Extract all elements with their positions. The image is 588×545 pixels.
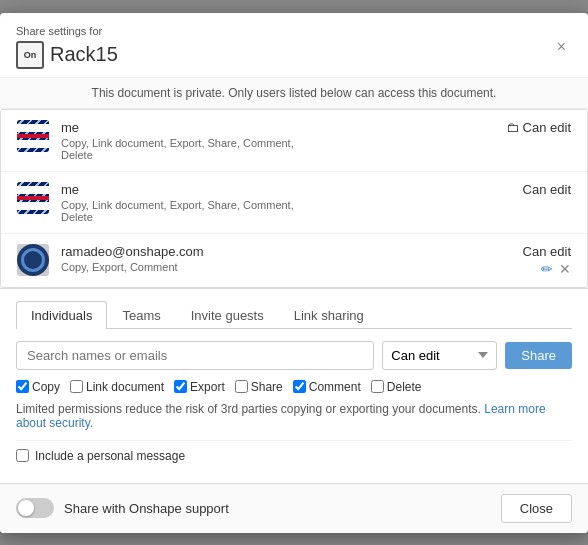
security-notice-text: Limited permissions reduce the risk of 3… (16, 402, 481, 416)
checkbox-link-document[interactable]: Link document (70, 380, 164, 394)
role-text: Can edit (523, 244, 571, 259)
tab-invite-guests[interactable]: Invite guests (176, 301, 279, 329)
checkboxes-row: Copy Link document Export Share Comment (16, 380, 572, 394)
privacy-notice: This document is private. Only users lis… (0, 77, 588, 109)
user-permissions-2: Delete (61, 149, 451, 161)
share-label: Share (251, 380, 283, 394)
role-actions: ✏ ✕ (451, 261, 571, 277)
export-checkbox[interactable] (174, 380, 187, 393)
tab-content: Can edit Can view Can comment Share Copy… (16, 329, 572, 483)
share-button[interactable]: Share (505, 342, 572, 369)
user-info: ramadeo@onshape.com Copy, Export, Commen… (61, 244, 451, 273)
personal-message-row: Include a personal message (16, 440, 572, 471)
close-dialog-button[interactable]: Close (501, 494, 572, 523)
checkbox-comment[interactable]: Comment (293, 380, 361, 394)
user-name: ramadeo@onshape.com (61, 244, 451, 259)
user-permissions: Copy, Link document, Export, Share, Comm… (61, 137, 451, 149)
dialog-header: Share settings for On Rack15 × (0, 13, 588, 77)
comment-checkbox[interactable] (293, 380, 306, 393)
user-info: me Copy, Link document, Export, Share, C… (61, 182, 451, 223)
tabs-area: Individuals Teams Invite guests Link sha… (0, 288, 588, 483)
toggle-row: Share with Onshape support (16, 498, 229, 518)
personal-message-checkbox[interactable] (16, 449, 29, 462)
share-dialog: Share settings for On Rack15 × This docu… (0, 13, 588, 533)
role-label: Can edit (451, 244, 571, 259)
export-label: Export (190, 380, 225, 394)
onshape-icon: On (16, 41, 44, 69)
share-checkbox[interactable] (235, 380, 248, 393)
copy-checkbox[interactable] (16, 380, 29, 393)
document-title: Rack15 (50, 43, 118, 66)
toggle-label: Share with Onshape support (64, 501, 229, 516)
dialog-footer: Share with Onshape support Close (0, 483, 588, 533)
avatar (17, 244, 49, 276)
role-label: Can edit (451, 182, 571, 197)
role-text: Can edit (523, 120, 571, 135)
avatar (17, 120, 49, 152)
personal-message-label: Include a personal message (35, 449, 185, 463)
avatar (17, 182, 49, 214)
delete-label: Delete (387, 380, 422, 394)
user-row: ramadeo@onshape.com Copy, Export, Commen… (1, 234, 587, 287)
link-document-checkbox[interactable] (70, 380, 83, 393)
user-permissions: Copy, Link document, Export, Share, Comm… (61, 199, 451, 211)
search-input[interactable] (16, 341, 374, 370)
onshape-support-toggle[interactable] (16, 498, 54, 518)
security-notice: Limited permissions reduce the risk of 3… (16, 402, 572, 430)
tab-individuals[interactable]: Individuals (16, 301, 107, 329)
permission-select[interactable]: Can edit Can view Can comment (382, 341, 497, 370)
role-label: 🗀 Can edit (451, 120, 571, 135)
edit-permission-icon[interactable]: ✏ (541, 261, 553, 277)
dialog-close-button[interactable]: × (551, 36, 572, 58)
title-row: On Rack15 (16, 41, 118, 69)
user-row: me Copy, Link document, Export, Share, C… (1, 172, 587, 234)
tab-teams[interactable]: Teams (107, 301, 175, 329)
user-info: me Copy, Link document, Export, Share, C… (61, 120, 451, 161)
tabs: Individuals Teams Invite guests Link sha… (16, 301, 572, 329)
user-name: me (61, 120, 451, 135)
checkbox-copy[interactable]: Copy (16, 380, 60, 394)
search-row: Can edit Can view Can comment Share (16, 341, 572, 370)
toggle-knob (18, 500, 34, 516)
folder-icon: 🗀 (506, 120, 519, 135)
user-role: Can edit (451, 182, 571, 197)
remove-user-icon[interactable]: ✕ (559, 261, 571, 277)
user-permissions-2: Delete (61, 211, 451, 223)
user-role: 🗀 Can edit (451, 120, 571, 135)
checkbox-export[interactable]: Export (174, 380, 225, 394)
delete-checkbox[interactable] (371, 380, 384, 393)
copy-label: Copy (32, 380, 60, 394)
users-list: me Copy, Link document, Export, Share, C… (0, 109, 588, 288)
role-text: Can edit (523, 182, 571, 197)
user-row: me Copy, Link document, Export, Share, C… (1, 110, 587, 172)
title-label: Share settings for (16, 25, 118, 37)
user-name: me (61, 182, 451, 197)
comment-label: Comment (309, 380, 361, 394)
user-permissions: Copy, Export, Comment (61, 261, 451, 273)
user-role: Can edit ✏ ✕ (451, 244, 571, 277)
link-document-label: Link document (86, 380, 164, 394)
title-area: Share settings for On Rack15 (16, 25, 118, 69)
checkbox-delete[interactable]: Delete (371, 380, 422, 394)
tab-link-sharing[interactable]: Link sharing (279, 301, 379, 329)
checkbox-share[interactable]: Share (235, 380, 283, 394)
